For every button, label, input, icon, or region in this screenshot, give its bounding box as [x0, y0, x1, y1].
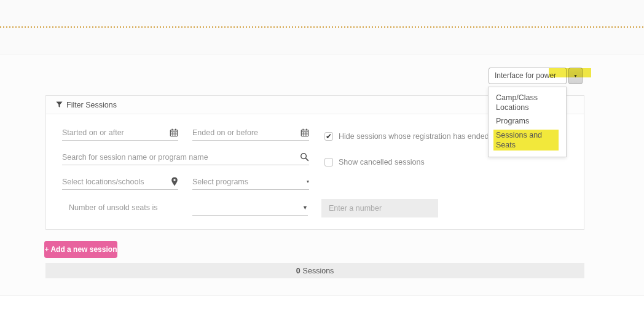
programs-select-input[interactable]: [192, 178, 304, 186]
calendar-icon[interactable]: [300, 128, 309, 137]
sessions-count-label: Sessions: [303, 267, 334, 275]
start-date-field: [62, 125, 178, 141]
programs-select-field[interactable]: ▾: [192, 174, 309, 190]
end-date-input[interactable]: [192, 128, 298, 137]
page: Interface for power users ▼ Camp/Class L…: [0, 0, 644, 317]
menu-item-sessions-and-seats[interactable]: Sessions and Seats: [489, 128, 566, 152]
checkbox-checked-icon[interactable]: ✔: [324, 132, 333, 141]
hide-ended-registration-checkbox-row[interactable]: ✔ Hide sessions whose registration has e…: [324, 132, 489, 141]
locations-select-input[interactable]: [62, 178, 168, 186]
menu-item-label: Programs: [496, 116, 529, 126]
sessions-count: 0: [296, 267, 300, 275]
start-date-input[interactable]: [62, 128, 167, 137]
dotted-divider: [0, 26, 644, 28]
session-search-field: [62, 149, 309, 165]
caret-down-icon: ▾: [307, 179, 309, 184]
caret-down-icon: ▼: [302, 205, 308, 211]
session-search-input[interactable]: [62, 153, 297, 162]
filter-funnel-icon: [56, 101, 63, 108]
locations-select-field: [62, 174, 178, 190]
unsold-seats-number-input[interactable]: [321, 199, 438, 217]
top-header-band: [0, 0, 644, 55]
end-date-field: [192, 125, 309, 141]
view-dropdown-menu: Camp/Class Locations Programs Sessions a…: [488, 87, 567, 157]
show-cancelled-sessions-checkbox-row[interactable]: Show cancelled sessions: [324, 158, 425, 166]
checkbox-label: Show cancelled sessions: [339, 158, 425, 166]
unsold-seats-label: Number of unsold seats is: [69, 203, 158, 212]
filter-panel-title: Filter Sessions: [66, 101, 117, 109]
search-icon[interactable]: [300, 152, 309, 162]
menu-item-label: Camp/Class Locations: [496, 93, 563, 112]
checkbox-label: Hide sessions whose registration has end…: [339, 132, 489, 141]
checkbox-unchecked-icon[interactable]: [324, 158, 333, 166]
location-pin-icon[interactable]: [171, 177, 178, 186]
menu-item-label-highlighted: Sessions and Seats: [493, 130, 559, 151]
menu-item-programs[interactable]: Programs: [489, 114, 566, 128]
sessions-count-bar: 0 Sessions: [45, 263, 584, 278]
unsold-seats-comparator-select[interactable]: ▼: [192, 200, 308, 216]
add-new-session-button[interactable]: + Add a new session: [44, 241, 117, 258]
menu-item-camp-class-locations[interactable]: Camp/Class Locations: [489, 91, 566, 114]
calendar-icon[interactable]: [170, 128, 178, 137]
highlight-marker-select: [549, 68, 591, 77]
